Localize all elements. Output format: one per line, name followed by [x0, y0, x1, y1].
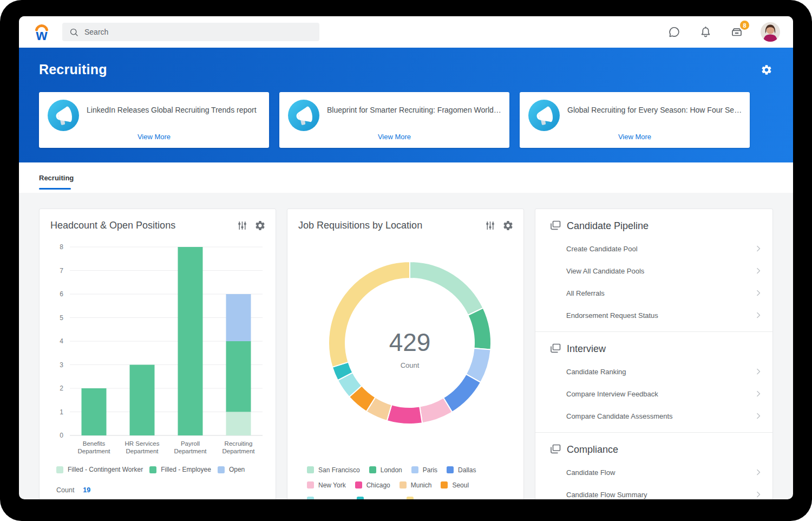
- donut-segment[interactable]: [329, 262, 410, 367]
- link-all-referrals[interactable]: All Referrals: [535, 282, 772, 304]
- link-candidate-ranking[interactable]: Candidate Ranking: [535, 361, 772, 383]
- announcement-title: Blueprint for Smarter Recruiting: Fragom…: [327, 106, 504, 114]
- bar-segment[interactable]: [226, 341, 251, 412]
- bar-segment[interactable]: [178, 247, 203, 435]
- chevron-right-icon: [753, 388, 764, 399]
- pages-icon: [549, 342, 562, 355]
- legend-swatch: [400, 481, 407, 489]
- legend-item: Paris: [411, 466, 437, 474]
- bar-segment[interactable]: [82, 388, 107, 435]
- section-title: Compliance: [567, 444, 618, 455]
- svg-text:Department: Department: [222, 448, 255, 454]
- link-endorsement-request-status[interactable]: Endorsement Request Status: [535, 304, 772, 327]
- chevron-right-icon: [753, 366, 764, 377]
- search-icon: [69, 27, 79, 37]
- link-create-candidate-pool[interactable]: Create Candidate Pool: [535, 238, 772, 260]
- legend-item: Open: [218, 466, 245, 473]
- bar-segment[interactable]: [130, 365, 155, 436]
- megaphone-icon: [528, 100, 560, 131]
- view-more-link[interactable]: View More: [279, 133, 509, 141]
- chevron-right-icon: [753, 411, 764, 421]
- svg-text:2: 2: [60, 385, 63, 392]
- megaphone-icon: [288, 100, 319, 131]
- legend-swatch: [407, 497, 414, 499]
- announcement-title: LinkedIn Releases Global Recruiting Tren…: [87, 106, 264, 114]
- gear-icon[interactable]: [761, 64, 772, 76]
- svg-text:7: 7: [60, 267, 63, 275]
- announcement-cards: LinkedIn Releases Global Recruiting Tren…: [39, 92, 750, 148]
- svg-text:Benefits: Benefits: [83, 440, 106, 447]
- legend-swatch: [441, 481, 448, 489]
- legend-item: [357, 497, 397, 499]
- svg-text:1: 1: [60, 408, 63, 416]
- legend-swatch: [149, 466, 156, 473]
- active-tab-underline: [39, 188, 71, 190]
- inbox-badge: 8: [739, 19, 750, 31]
- link-view-all-candidate-pools[interactable]: View All Candidate Pools: [535, 260, 772, 282]
- view-more-link[interactable]: View More: [520, 133, 750, 141]
- view-more-link[interactable]: View More: [39, 133, 269, 141]
- chevron-right-icon: [753, 265, 764, 276]
- page-title: Recruiting: [39, 62, 107, 77]
- link-compare-interview-feedback[interactable]: Compare Interview Feedback: [535, 383, 772, 405]
- legend-swatch: [56, 466, 63, 473]
- svg-text:4: 4: [60, 337, 63, 345]
- announcement-card[interactable]: LinkedIn Releases Global Recruiting Tren…: [39, 92, 269, 148]
- legend-item: Chicago: [355, 481, 390, 489]
- inbox-icon[interactable]: 8: [729, 24, 744, 40]
- count-value-link[interactable]: 19: [83, 486, 90, 494]
- donut-chart-legend: San Francisco London Paris Dallas New Yo…: [307, 466, 518, 499]
- search-bar: [62, 23, 319, 41]
- filter-sliders-icon[interactable]: [484, 220, 496, 231]
- svg-text:0: 0: [60, 432, 63, 439]
- svg-text:Payroll: Payroll: [181, 440, 200, 447]
- section-compliance: Compliance Candidate Flow Candidate Flow…: [535, 433, 772, 499]
- svg-text:w: w: [35, 27, 48, 43]
- donut-segment[interactable]: [410, 262, 483, 315]
- svg-text:Department: Department: [77, 448, 110, 454]
- chat-icon[interactable]: [666, 24, 682, 40]
- search-input[interactable]: [84, 28, 301, 36]
- bell-icon[interactable]: [698, 24, 713, 40]
- section-interview: Interview Candidate Ranking Compare Inte…: [535, 332, 772, 433]
- legend-item: Seoul: [441, 481, 469, 489]
- svg-text:6: 6: [60, 290, 63, 298]
- announcement-title: Global Recruiting for Every Season: How …: [567, 106, 744, 114]
- section-title: Candidate Pipeline: [567, 220, 649, 232]
- link-candidate-flow[interactable]: Candidate Flow: [535, 461, 772, 484]
- section-candidate-pipeline: Candidate Pipeline Create Candidate Pool…: [535, 209, 772, 332]
- legend-swatch: [357, 497, 364, 499]
- legend-item: Filled - Employee: [149, 466, 211, 473]
- bar-segment[interactable]: [226, 294, 251, 341]
- gear-icon[interactable]: [254, 220, 266, 231]
- filter-sliders-icon[interactable]: [237, 220, 248, 231]
- workday-logo-icon[interactable]: w: [32, 22, 51, 43]
- chevron-right-icon: [753, 243, 764, 254]
- legend-item: Munich: [400, 481, 432, 489]
- announcement-card[interactable]: Global Recruiting for Every Season: How …: [520, 92, 750, 148]
- svg-text:HR Services: HR Services: [125, 440, 160, 447]
- legend-swatch: [307, 481, 314, 489]
- legend-swatch: [411, 466, 418, 473]
- chevron-right-icon: [753, 489, 764, 499]
- link-candidate-flow-summary[interactable]: Candidate Flow Summary: [535, 484, 772, 499]
- chevron-right-icon: [753, 288, 764, 298]
- tab-bar: Recruiting: [19, 162, 793, 193]
- announcement-card[interactable]: Blueprint for Smarter Recruiting: Fragom…: [279, 92, 509, 148]
- donut-segment[interactable]: [468, 308, 491, 350]
- legend-swatch: [307, 497, 314, 499]
- bar-segment[interactable]: [226, 412, 251, 436]
- gear-icon[interactable]: [502, 220, 514, 231]
- legend-swatch: [355, 481, 362, 489]
- page-header: Recruiting LinkedIn Releases Global Recr…: [19, 48, 793, 162]
- avatar[interactable]: [761, 22, 780, 42]
- section-title: Interview: [567, 343, 606, 355]
- svg-text:Department: Department: [174, 448, 207, 454]
- dashboard-content: Headcount & Open Positions 012345678Bene…: [19, 193, 793, 499]
- panel-title: Job Requisitions by Location: [298, 220, 422, 231]
- donut-segment[interactable]: [387, 405, 422, 424]
- svg-text:Department: Department: [126, 448, 159, 454]
- legend-item: New York: [307, 481, 346, 489]
- headcount-panel: Headcount & Open Positions 012345678Bene…: [39, 209, 276, 499]
- link-compare-candidate-assessments[interactable]: Compare Candidate Assessments: [535, 405, 772, 427]
